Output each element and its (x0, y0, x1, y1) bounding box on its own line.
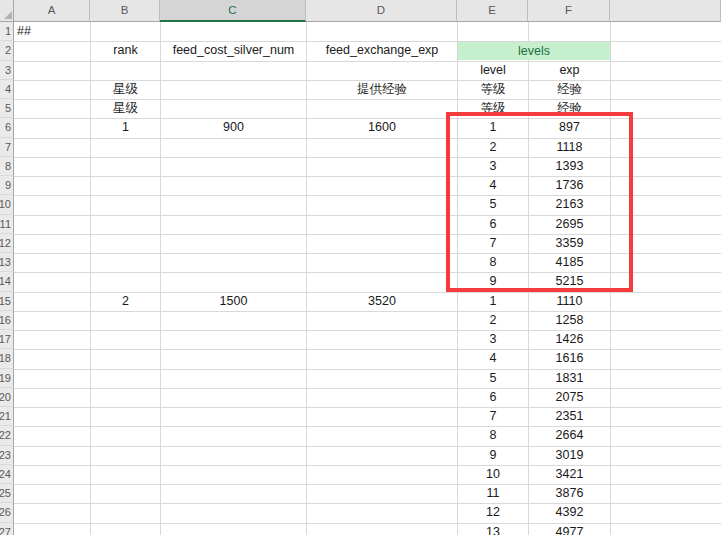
cell-E21[interactable]: 7 (458, 407, 528, 425)
cell-E26[interactable]: 12 (458, 503, 528, 521)
cell-E24[interactable]: 10 (458, 465, 528, 483)
cell-F5[interactable]: 经验 (529, 99, 610, 117)
cell-F16[interactable]: 1258 (529, 311, 610, 329)
cell-F24[interactable]: 3421 (529, 465, 610, 483)
cell-E12[interactable]: 7 (458, 234, 528, 252)
row-header-19[interactable]: 19 (0, 369, 14, 388)
column-header-B[interactable]: B (90, 0, 160, 22)
row-header-5[interactable]: 5 (0, 99, 14, 118)
row-header-23[interactable]: 23 (0, 446, 14, 465)
cell-F6[interactable]: 897 (529, 118, 610, 136)
row-header-10[interactable]: 10 (0, 195, 14, 214)
cell-F10[interactable]: 2163 (529, 195, 610, 213)
cell-E15[interactable]: 1 (458, 292, 528, 310)
cell-B4[interactable]: 星级 (91, 80, 160, 98)
cell-E18[interactable]: 4 (458, 349, 528, 367)
row-header-25[interactable]: 25 (0, 484, 14, 503)
row-header-14[interactable]: 14 (0, 272, 14, 291)
cell-E22[interactable]: 8 (458, 426, 528, 444)
cell-E20[interactable]: 6 (458, 388, 528, 406)
cell-E27[interactable]: 13 (458, 523, 528, 535)
cell-E4[interactable]: 等级 (458, 80, 528, 98)
column-header-F[interactable]: F (528, 0, 610, 22)
row-header-2[interactable]: 2 (0, 41, 14, 60)
cell-D2[interactable]: feed_exchange_exp (307, 41, 457, 59)
column-header-E[interactable]: E (457, 0, 528, 22)
cell-F9[interactable]: 1736 (529, 176, 610, 194)
row-header-26[interactable]: 26 (0, 503, 14, 522)
cell-C15[interactable]: 1500 (161, 292, 306, 310)
cell-C2[interactable]: feed_cost_silver_num (161, 41, 306, 59)
cell-E17[interactable]: 3 (458, 330, 528, 348)
cell-F23[interactable]: 3019 (529, 446, 610, 464)
cell-D15[interactable]: 3520 (307, 292, 457, 310)
cell-E7[interactable]: 2 (458, 138, 528, 156)
cell-F3[interactable]: exp (529, 61, 610, 79)
cell-F7[interactable]: 1118 (529, 138, 610, 156)
cell-F12[interactable]: 3359 (529, 234, 610, 252)
row-header-9[interactable]: 9 (0, 176, 14, 195)
column-header-A[interactable]: A (14, 0, 90, 22)
cell-B6[interactable]: 1 (91, 118, 160, 136)
select-all-corner[interactable] (0, 0, 14, 22)
row-header-20[interactable]: 20 (0, 388, 14, 407)
cell-F17[interactable]: 1426 (529, 330, 610, 348)
cell-F19[interactable]: 1831 (529, 369, 610, 387)
cell-D6[interactable]: 1600 (307, 118, 457, 136)
cell-B5[interactable]: 星级 (91, 99, 160, 117)
spreadsheet[interactable]: ABCDEF1234567891011121314151617181920212… (0, 0, 721, 535)
cell-C6[interactable]: 900 (161, 118, 306, 136)
row-header-4[interactable]: 4 (0, 80, 14, 99)
row-header-22[interactable]: 22 (0, 426, 14, 445)
cell-F14[interactable]: 5215 (529, 272, 610, 290)
cell-F15[interactable]: 1110 (529, 292, 610, 310)
column-header-C[interactable]: C (160, 0, 306, 22)
cell-F13[interactable]: 4185 (529, 253, 610, 271)
cell-E2[interactable]: levels (458, 42, 610, 60)
cell-B15[interactable]: 2 (91, 292, 160, 310)
row-header-27[interactable]: 27 (0, 523, 14, 535)
cell-E25[interactable]: 11 (458, 484, 528, 502)
row-header-15[interactable]: 15 (0, 292, 14, 311)
cell-E10[interactable]: 5 (458, 195, 528, 213)
cell-F22[interactable]: 2664 (529, 426, 610, 444)
cell-F18[interactable]: 1616 (529, 349, 610, 367)
cell-F21[interactable]: 2351 (529, 407, 610, 425)
cell-F11[interactable]: 2695 (529, 215, 610, 233)
cell-E3[interactable]: level (458, 61, 528, 79)
column-header-G[interactable] (610, 0, 721, 22)
cell-F25[interactable]: 3876 (529, 484, 610, 502)
row-header-21[interactable]: 21 (0, 407, 14, 426)
cell-E8[interactable]: 3 (458, 157, 528, 175)
row-header-12[interactable]: 12 (0, 234, 14, 253)
cell-A1[interactable]: ## (15, 22, 90, 40)
cell-F27[interactable]: 4977 (529, 523, 610, 535)
row-header-16[interactable]: 16 (0, 311, 14, 330)
row-header-6[interactable]: 6 (0, 118, 14, 137)
row-header-17[interactable]: 17 (0, 330, 14, 349)
cell-E16[interactable]: 2 (458, 311, 528, 329)
row-header-8[interactable]: 8 (0, 157, 14, 176)
cell-E5[interactable]: 等级 (458, 99, 528, 117)
cell-B2[interactable]: rank (91, 41, 160, 59)
cell-E11[interactable]: 6 (458, 215, 528, 233)
row-header-13[interactable]: 13 (0, 253, 14, 272)
cell-E13[interactable]: 8 (458, 253, 528, 271)
cell-F8[interactable]: 1393 (529, 157, 610, 175)
row-header-3[interactable]: 3 (0, 61, 14, 80)
column-header-D[interactable]: D (306, 0, 457, 22)
cell-D4[interactable]: 提供经验 (307, 80, 457, 98)
cell-E6[interactable]: 1 (458, 118, 528, 136)
cell-E9[interactable]: 4 (458, 176, 528, 194)
row-header-7[interactable]: 7 (0, 138, 14, 157)
cell-E23[interactable]: 9 (458, 446, 528, 464)
row-header-24[interactable]: 24 (0, 465, 14, 484)
row-header-11[interactable]: 11 (0, 215, 14, 234)
row-header-1[interactable]: 1 (0, 22, 14, 41)
cell-E14[interactable]: 9 (458, 272, 528, 290)
cell-F20[interactable]: 2075 (529, 388, 610, 406)
row-header-18[interactable]: 18 (0, 349, 14, 368)
cell-F26[interactable]: 4392 (529, 503, 610, 521)
cell-F4[interactable]: 经验 (529, 80, 610, 98)
cell-E19[interactable]: 5 (458, 369, 528, 387)
